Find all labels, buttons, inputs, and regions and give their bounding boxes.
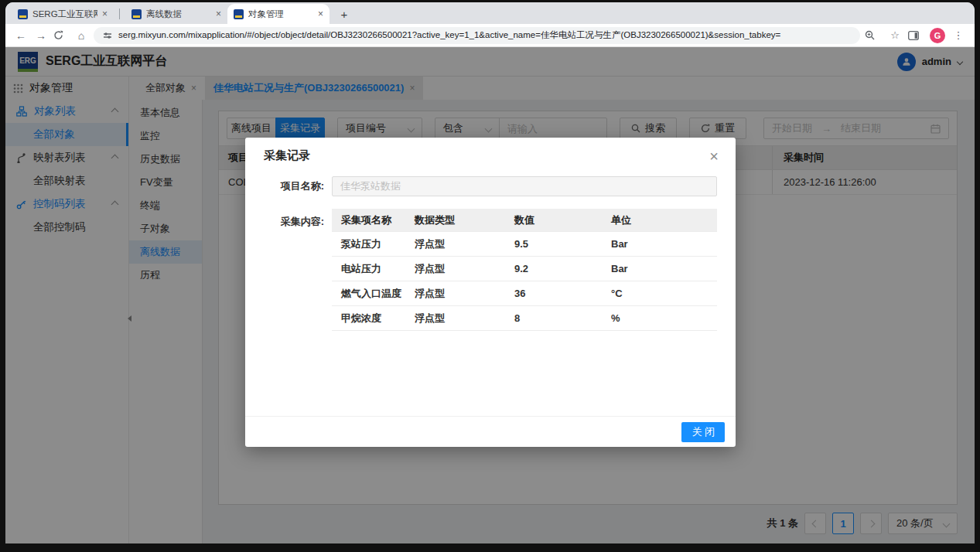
app-root: ERG SERG工业互联网平台 admin 对象管理: [5, 47, 975, 543]
back-icon[interactable]: ←: [13, 29, 29, 42]
bookmark-star-icon[interactable]: ☆: [886, 29, 903, 41]
browser-profile-avatar[interactable]: G: [930, 28, 945, 43]
cell-data-type: 浮点型: [405, 312, 505, 325]
cell-item-name: 甲烷浓度: [332, 312, 405, 325]
side-panel-icon[interactable]: [908, 31, 925, 40]
cell-item-name: 电站压力: [332, 262, 405, 276]
browser-tab-1[interactable]: SERG工业互联网平台 ×: [12, 4, 114, 24]
browser-tab-2[interactable]: 离线数据 ×: [125, 4, 227, 24]
cell-data-type: 浮点型: [405, 262, 505, 276]
modal-footer: 关 闭: [245, 416, 736, 447]
cell-data-type: 浮点型: [405, 237, 505, 251]
site-favicon: [18, 9, 28, 19]
browser-url-bar: ← → ⌂ serg.mixyun.com/mixapplication/#/o…: [5, 24, 975, 47]
collect-items-table: 采集项名称 数据类型 数值 单位 泵站压力 浮点型 9.5 Bar 电站: [332, 209, 717, 331]
project-name-label: 项目名称:: [268, 179, 324, 193]
cell-unit: Bar: [602, 238, 717, 250]
browser-tab-strip: SERG工业互联网平台 × 离线数据 × 对象管理 × +: [5, 2, 975, 24]
table-row: 甲烷浓度 浮点型 8 %: [332, 306, 717, 331]
browser-tab-title: 离线数据: [146, 9, 211, 20]
tab-separator: [119, 9, 120, 19]
browser-tab-title: SERG工业互联网平台: [32, 9, 97, 20]
modal-body: 项目名称: 采集内容: 采集项名称 数据类型 数值 单位 泵站压力: [245, 163, 736, 416]
zoom-page-icon[interactable]: [865, 30, 882, 40]
new-tab-button[interactable]: +: [334, 4, 354, 24]
collect-table-header: 采集项名称 数据类型 数值 单位: [332, 209, 717, 232]
site-favicon: [234, 9, 244, 19]
cell-item-name: 燃气入口温度: [332, 287, 405, 301]
close-icon[interactable]: ×: [102, 9, 108, 19]
browser-tab-title: 对象管理: [248, 9, 313, 20]
table-row: 燃气入口温度 浮点型 36 °C: [332, 281, 717, 306]
browser-menu-icon[interactable]: ⋮: [950, 29, 967, 41]
collect-record-modal: 采集记录 × 项目名称: 采集内容: 采集项名称 数据类型 数值 单位: [245, 138, 736, 447]
address-bar[interactable]: serg.mixyun.com/mixapplication/#/object/…: [94, 27, 860, 44]
modal-title: 采集记录: [245, 138, 736, 163]
table-row: 泵站压力 浮点型 9.5 Bar: [332, 232, 717, 257]
forward-icon[interactable]: →: [33, 29, 49, 42]
cell-data-type: 浮点型: [405, 287, 505, 301]
col-value: 数值: [505, 213, 602, 227]
cell-value: 8: [505, 312, 602, 324]
cell-value: 9.5: [505, 238, 602, 250]
col-item-name: 采集项名称: [332, 213, 405, 227]
site-info-icon[interactable]: [103, 31, 112, 40]
close-icon[interactable]: ×: [706, 145, 722, 167]
modal-close-button[interactable]: 关 闭: [681, 422, 725, 442]
browser-tab-3-active[interactable]: 对象管理 ×: [227, 4, 330, 24]
browser-window: SERG工业互联网平台 × 离线数据 × 对象管理 × + ← → ⌂ serg…: [5, 2, 975, 543]
project-name-input: [332, 176, 717, 196]
reload-icon[interactable]: [53, 30, 69, 40]
col-data-type: 数据类型: [405, 213, 505, 227]
table-row: 电站压力 浮点型 9.2 Bar: [332, 257, 717, 281]
col-unit: 单位: [602, 213, 717, 227]
cell-unit: %: [602, 312, 717, 324]
url-text: serg.mixyun.com/mixapplication/#/object/…: [118, 29, 780, 41]
close-icon[interactable]: ×: [216, 9, 221, 19]
site-favicon: [131, 9, 142, 19]
cell-value: 9.2: [505, 263, 602, 274]
close-icon[interactable]: ×: [318, 9, 323, 19]
cell-item-name: 泵站压力: [332, 237, 405, 251]
home-icon[interactable]: ⌂: [73, 29, 89, 42]
cell-unit: °C: [602, 288, 717, 299]
collect-content-label: 采集内容:: [268, 209, 324, 229]
cell-value: 36: [505, 288, 602, 299]
cell-unit: Bar: [602, 263, 717, 274]
